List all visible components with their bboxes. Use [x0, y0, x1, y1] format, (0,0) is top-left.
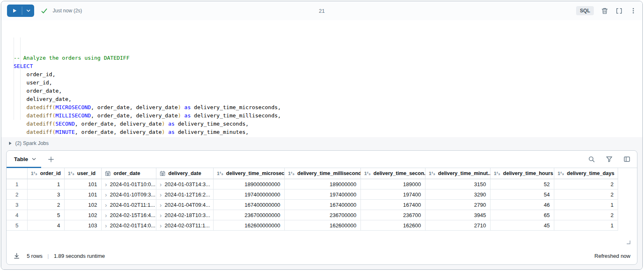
table-cell[interactable]: 197400	[361, 189, 425, 200]
expand-chevron-icon[interactable]: ›	[105, 181, 107, 187]
code-line[interactable]: datediff(SECOND, order_date, delivery_da…	[14, 120, 642, 128]
table-cell[interactable]: 5	[28, 210, 65, 220]
expand-chevron-icon[interactable]: ›	[160, 222, 162, 229]
code-line[interactable]: SELECT	[14, 62, 642, 70]
expand-chevron-icon[interactable]: ›	[105, 222, 107, 229]
column-header-delivery_date[interactable]: delivery_date	[156, 168, 214, 179]
table-cell[interactable]: ›2024-02-01T14:0...	[102, 220, 156, 231]
table-cell[interactable]: ›2024-01-10T09:3...	[102, 189, 156, 200]
language-badge[interactable]: SQL	[576, 6, 594, 15]
table-cell[interactable]: 1	[554, 220, 618, 231]
table-cell[interactable]: 45	[491, 220, 554, 231]
table-cell[interactable]: 2	[554, 189, 618, 200]
code-line[interactable]: order_date,	[14, 87, 642, 95]
table-cell[interactable]: 3	[28, 189, 65, 200]
run-button[interactable]	[7, 5, 22, 17]
table-cell[interactable]: 65	[491, 210, 554, 220]
expand-chevron-icon[interactable]: ›	[105, 212, 107, 218]
table-cell[interactable]: 2710	[425, 220, 491, 231]
download-results-button[interactable]	[13, 252, 20, 259]
table-cell[interactable]: ›2024-01-04T09:4...	[156, 200, 214, 210]
table-cell[interactable]: ›2024-02-03T11:1...	[156, 220, 214, 231]
column-header-delivery_time_minut[interactable]: 1²₃delivery_time_minut...	[425, 168, 491, 179]
table-cell[interactable]: 197400000000	[214, 189, 285, 200]
code-line[interactable]: user_id,	[14, 79, 642, 87]
column-header-order_id[interactable]: 1²₃order_id	[28, 168, 65, 179]
code-line[interactable]: datediff(MINUTE, order_date, delivery_da…	[14, 128, 642, 136]
code-editor[interactable]: -- Analyze the orders using DATEDIFFSELE…	[1, 20, 642, 137]
table-cell[interactable]: 167400000000	[214, 200, 285, 210]
code-line[interactable]: datediff(MILLISECOND, order_date, delive…	[14, 112, 642, 120]
expand-chevron-icon[interactable]: ›	[160, 202, 162, 208]
table-cell[interactable]: 103	[65, 220, 102, 231]
table-cell[interactable]: 162600	[361, 220, 425, 231]
expand-chevron-icon[interactable]: ›	[160, 212, 162, 218]
table-cell[interactable]: 1	[28, 179, 65, 189]
table-cell[interactable]: 46	[491, 200, 554, 210]
table-cell[interactable]: 236700000	[285, 210, 361, 220]
table-cell[interactable]: 167400	[361, 200, 425, 210]
column-header-delivery_time_days[interactable]: 1²₃delivery_time_days	[554, 168, 618, 179]
table-cell[interactable]: 2	[554, 210, 618, 220]
expand-chevron-icon[interactable]: ›	[160, 192, 162, 198]
table-cell[interactable]: 3945	[425, 210, 491, 220]
expand-chevron-icon[interactable]: ›	[105, 202, 107, 208]
delete-cell-button[interactable]	[601, 7, 608, 14]
table-cell[interactable]: 167400000	[285, 200, 361, 210]
table-cell[interactable]: 197400000	[285, 189, 361, 200]
open-side-panel-button[interactable]	[623, 156, 630, 163]
table-cell[interactable]: 52	[491, 179, 554, 189]
column-header-order_date[interactable]: order_date	[102, 168, 156, 179]
table-cell[interactable]: ›2024-02-18T10:3...	[156, 210, 214, 220]
row-number-cell[interactable]: 1	[7, 179, 28, 189]
row-number-cell[interactable]: 3	[7, 200, 28, 210]
code-line[interactable]: datediff(HOUR, order_date, delivery_date…	[14, 136, 642, 137]
table-cell[interactable]: ›2024-01-01T10:0...	[102, 179, 156, 189]
table-cell[interactable]: 2790	[425, 200, 491, 210]
code-line[interactable]: datediff(MICROSECOND, order_date, delive…	[14, 103, 642, 112]
table-cell[interactable]: 189000	[361, 179, 425, 189]
table-cell[interactable]: ›2024-02-15T16:4...	[102, 210, 156, 220]
table-cell[interactable]: ›2024-01-12T16:2...	[156, 189, 214, 200]
column-header-delivery_time_milliseconds[interactable]: 1²₃delivery_time_milliseconds	[285, 168, 361, 179]
run-options-button[interactable]	[22, 5, 34, 17]
row-number-cell[interactable]: 2	[7, 189, 28, 200]
table-cell[interactable]: 189000000	[285, 179, 361, 189]
filter-results-button[interactable]	[606, 156, 613, 163]
code-line[interactable]: delivery_date,	[14, 95, 642, 103]
search-results-button[interactable]	[588, 156, 595, 163]
table-cell[interactable]: ›2024-01-02T11:1...	[102, 200, 156, 210]
row-number-cell[interactable]: 4	[7, 210, 28, 220]
table-cell[interactable]: 3150	[425, 179, 491, 189]
table-cell[interactable]: ›2024-01-03T14:3...	[156, 179, 214, 189]
table-cell[interactable]: 4	[28, 220, 65, 231]
table-cell[interactable]: 189000000000	[214, 179, 285, 189]
table-cell[interactable]: 1	[554, 200, 618, 210]
spark-jobs-row[interactable]: (2) Spark Jobs	[1, 137, 642, 150]
table-cell[interactable]: 236700	[361, 210, 425, 220]
column-header-user_id[interactable]: 1²₃user_id	[65, 168, 102, 179]
table-cell[interactable]: 101	[65, 179, 102, 189]
column-header-delivery_time_microsec[interactable]: 1²₃delivery_time_microsec...	[214, 168, 285, 179]
table-cell[interactable]: 2	[28, 200, 65, 210]
expand-chevron-icon[interactable]: ›	[160, 181, 162, 187]
row-number-cell[interactable]: 5	[7, 220, 28, 231]
table-cell[interactable]: 54	[491, 189, 554, 200]
table-cell[interactable]: 2	[554, 179, 618, 189]
add-visualization-button[interactable]	[48, 156, 54, 163]
table-cell[interactable]: 101	[65, 189, 102, 200]
expand-chevron-icon[interactable]: ›	[105, 192, 107, 198]
tab-table[interactable]: Table	[14, 156, 37, 162]
expand-cell-button[interactable]	[616, 7, 623, 14]
table-cell[interactable]: 162600000	[285, 220, 361, 231]
column-header-delivery_time_secon[interactable]: 1²₃delivery_time_secon...	[361, 168, 425, 179]
resize-corner-icon[interactable]	[625, 239, 631, 245]
table-cell[interactable]: 102	[65, 200, 102, 210]
code-line[interactable]: -- Analyze the orders using DATEDIFF	[14, 54, 642, 62]
column-header-delivery_time_hours[interactable]: 1²₃delivery_time_hours	[491, 168, 554, 179]
table-cell[interactable]: 162600000000	[214, 220, 285, 231]
table-cell[interactable]: 3290	[425, 189, 491, 200]
table-cell[interactable]: 236700000000	[214, 210, 285, 220]
table-cell[interactable]: 102	[65, 210, 102, 220]
code-line[interactable]: order_id,	[14, 70, 642, 79]
